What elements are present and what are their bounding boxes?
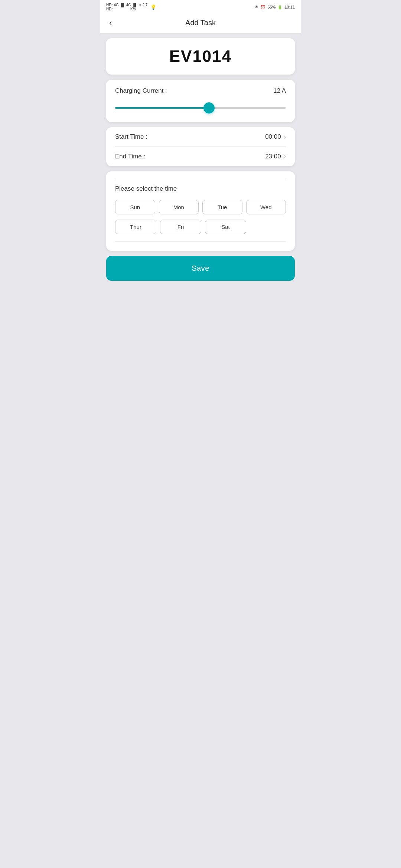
day-button-mon[interactable]: Mon <box>159 200 199 214</box>
day-select-label: Please select the time <box>115 185 286 193</box>
day-button-fri[interactable]: Fri <box>160 220 201 234</box>
day-selector-card: Please select the time Sun Mon Tue Wed T… <box>106 171 295 251</box>
charging-label: Charging Current : <box>115 87 167 95</box>
start-time-row[interactable]: Start Time : 00:00 › <box>115 127 286 147</box>
day-button-tue[interactable]: Tue <box>202 200 242 214</box>
battery-percent: 65% <box>267 5 276 9</box>
clock: 10:11 <box>284 5 295 9</box>
top-nav: ‹ Add Task <box>100 13 301 33</box>
days-row-1: Sun Mon Tue Wed <box>115 200 286 214</box>
start-time-value-wrap: 00:00 › <box>265 133 286 141</box>
alarm-icon: ⏰ <box>260 5 265 10</box>
charging-current-card: Charging Current : 12 A <box>106 80 295 122</box>
battery-icon: 🔋 <box>277 5 283 10</box>
status-left: HD¹ 4G ▐▌ 4G ▐▌ ≋ 2.7HD² K/s 💡 <box>106 3 156 11</box>
page-title: Add Task <box>185 19 216 27</box>
eye-icon: 👁 <box>254 5 258 9</box>
days-row-2: Thur Fri Sat <box>115 220 286 234</box>
start-time-label: Start Time : <box>115 133 147 141</box>
status-bar: HD¹ 4G ▐▌ 4G ▐▌ ≋ 2.7HD² K/s 💡 👁 ⏰ 65% 🔋… <box>100 0 301 13</box>
slider-thumb[interactable] <box>203 102 215 114</box>
day-button-sun[interactable]: Sun <box>115 200 155 214</box>
day-button-sat[interactable]: Sat <box>205 220 246 234</box>
end-time-label: End Time : <box>115 153 145 160</box>
charging-slider-container[interactable] <box>115 101 286 115</box>
charging-value: 12 A <box>273 87 286 95</box>
back-button[interactable]: ‹ <box>106 17 115 29</box>
status-right: 👁 ⏰ 65% 🔋 10:11 <box>254 5 295 10</box>
slider-fill <box>115 107 209 109</box>
main-content: EV1014 Charging Current : 12 A Start Tim… <box>100 33 301 256</box>
day-button-wed[interactable]: Wed <box>246 200 286 214</box>
end-time-chevron-icon: › <box>284 153 286 160</box>
start-time-chevron-icon: › <box>284 134 286 140</box>
end-time-value: 23:00 <box>265 153 281 160</box>
end-time-value-wrap: 23:00 › <box>265 153 286 160</box>
charging-header: Charging Current : 12 A <box>115 87 286 95</box>
day-button-thur[interactable]: Thur <box>115 220 156 234</box>
ev-id-text: EV1014 <box>169 47 232 65</box>
start-time-value: 00:00 <box>265 133 281 141</box>
slider-track <box>115 107 286 109</box>
network-indicators: HD¹ 4G ▐▌ 4G ▐▌ ≋ 2.7HD² K/s <box>106 3 147 11</box>
day-selector-inner: Please select the time Sun Mon Tue Wed T… <box>106 171 295 251</box>
bottom-area: Save <box>100 256 301 293</box>
day-row-spacer <box>250 220 286 234</box>
save-button[interactable]: Save <box>106 256 295 281</box>
ev-id-card: EV1014 <box>106 38 295 75</box>
end-time-row[interactable]: End Time : 23:00 › <box>115 147 286 166</box>
time-card: Start Time : 00:00 › End Time : 23:00 › <box>106 127 295 166</box>
notification-icon: 💡 <box>150 4 156 10</box>
